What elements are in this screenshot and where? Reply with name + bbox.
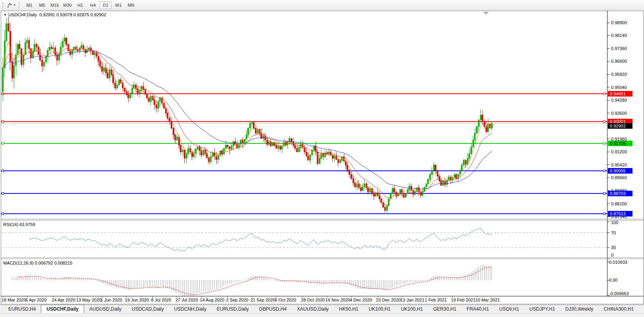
date-axis-label: 27 Jul 2020: [175, 298, 198, 302]
price-axis-label: 0.98140: [611, 33, 627, 38]
chart-tab-dj30-weekly[interactable]: DJ30,Weekly: [560, 305, 598, 313]
chart-tab-hk50-h1[interactable]: HK50,H1: [334, 305, 364, 313]
date-axis-label: 8 Jul 2020: [151, 298, 172, 302]
chart-canvas[interactable]: 0.989000.981400.973600.966000.958200.950…: [0, 10, 644, 305]
chart-tab-xauusd-daily[interactable]: XAUUSD,Daily: [292, 305, 334, 313]
timeframe-group: M1M5M15M30H1H4D1W1MN: [23, 1, 137, 9]
line-handle[interactable]: [603, 170, 605, 172]
horizontal-level-lines: [1, 93, 607, 215]
date-axis[interactable]: 18 Mar 20206 Apr 202024 Apr 202013 May 2…: [2, 296, 500, 302]
price-open: 0.92991: [39, 12, 55, 17]
dropdown-arrow-icon[interactable]: ▾: [14, 3, 15, 7]
chart-tab-usoil[interactable]: USOil: [639, 305, 644, 313]
candlestick-series: [2, 17, 493, 215]
current-price-callout[interactable]: 0.92902: [608, 123, 632, 129]
line-handle[interactable]: [603, 121, 605, 123]
timeframe-button-h4[interactable]: H4: [87, 1, 99, 9]
price-axis-label: 0.95040: [611, 85, 627, 90]
price-axis-label: 0.95820: [611, 72, 627, 77]
date-axis-label: 13 Jan 2021: [400, 298, 424, 302]
date-axis-label: 21 Sep 2020: [251, 298, 275, 302]
price-axis-label: 0.94280: [611, 98, 627, 102]
chart-tab-usoil-h1[interactable]: USOil,H1: [494, 305, 524, 313]
line-handle[interactable]: [2, 121, 4, 123]
svg-text:0.90055: 0.90055: [610, 168, 626, 173]
price-close: 0.92902: [91, 12, 106, 17]
macd-axis-label: 0.010933: [609, 260, 627, 265]
price-high: 0.93078: [56, 12, 72, 17]
macd-indicator-label: MACD(12,26,9) 0.006792 0.008215: [3, 261, 72, 265]
line-handle[interactable]: [603, 93, 605, 95]
collapse-icon[interactable]: ▼: [4, 13, 7, 17]
price-axis-label: 0.90420: [611, 162, 627, 167]
status-strip: [0, 313, 644, 317]
line-handle[interactable]: [603, 213, 605, 215]
timeframe-button-h1[interactable]: H1: [74, 1, 86, 9]
chart-shift-marker-icon[interactable]: [484, 12, 488, 15]
svg-text:0.92902: 0.92902: [610, 124, 626, 128]
svg-text:0.94651: 0.94651: [610, 91, 626, 96]
macd-axis-label: 0.00: [609, 278, 617, 282]
price-axis-label: 0.89660: [611, 175, 627, 180]
line-handle[interactable]: [2, 213, 4, 215]
date-axis-label: 18 Mar 2020: [2, 298, 26, 302]
chart-tab-china300-h1[interactable]: CHINA300,H1: [598, 305, 639, 313]
timeframe-button-m1[interactable]: M1: [23, 1, 35, 9]
date-axis-label: 28 Oct 2020: [301, 298, 325, 302]
date-axis-label: 16 Nov 2020: [326, 298, 350, 302]
price-axis-label: 0.91200: [611, 149, 627, 154]
chart-tab-fra40-h1[interactable]: FRA40,H1: [461, 305, 494, 313]
date-axis-label: 23 Dec 2020: [376, 298, 401, 302]
line-handle[interactable]: [603, 193, 605, 195]
rsi-panel: 10070300: [1, 220, 618, 259]
timeframe-button-d1[interactable]: D1: [100, 1, 112, 9]
date-axis-label: 6 Apr 2020: [25, 298, 46, 302]
chart-tab-usdjpy-h1[interactable]: USDJPY,H1: [524, 305, 560, 313]
date-axis-label: 2 Sep 2020: [226, 298, 248, 302]
chart-tab-ger30-h1[interactable]: GER30,H1: [428, 305, 461, 313]
ma-slow-line: [3, 51, 492, 189]
crosshair-tool-icon[interactable]: [7, 2, 13, 8]
timeframe-button-m15[interactable]: M15: [49, 1, 61, 9]
timeframe-button-mn[interactable]: MN: [125, 1, 137, 9]
timeframe-button-m5[interactable]: M5: [36, 1, 48, 9]
date-axis-label: 1 Feb 2021: [425, 298, 447, 302]
chart-symbol: USDCHF,Daily: [8, 12, 37, 17]
price-low: 0.92875: [73, 12, 89, 17]
price-level-callout[interactable]: 0.91709: [608, 141, 632, 146]
chart-tab-uk100-h1[interactable]: UK100,H1: [364, 305, 396, 313]
chart-tab-uk100-h1[interactable]: UK100,H1: [396, 305, 428, 313]
toolbar-grip[interactable]: [2, 2, 4, 8]
line-handle[interactable]: [2, 170, 4, 172]
svg-text:0.88703: 0.88703: [610, 191, 626, 196]
chart-tab-usdchf-daily[interactable]: USDCHF,Daily: [41, 305, 84, 313]
chart-tab-gbpusd-h4[interactable]: GBPUSD,H4: [254, 305, 291, 313]
line-handle[interactable]: [2, 193, 4, 195]
price-level-callout[interactable]: 0.88703: [608, 191, 632, 196]
line-handle[interactable]: [603, 142, 605, 144]
chart-tab-usdcnh-daily[interactable]: USDCNH,Daily: [169, 305, 211, 313]
chart-tab-eurusd-h4[interactable]: EURUSD,H4: [3, 305, 41, 313]
chart-tab-bar: EURUSD,H4USDCHF,DailyAUDUSD,DailyUSDCAD,…: [0, 305, 644, 313]
price-level-callout[interactable]: 0.87513: [608, 211, 632, 216]
date-axis-label: 4 Dec 2020: [350, 298, 372, 302]
toolbar-grip-2[interactable]: [19, 2, 21, 8]
date-axis-label: 13 May 2020: [76, 298, 102, 302]
price-level-callout[interactable]: 0.90055: [608, 168, 632, 174]
chart-tab-usdcad-daily[interactable]: USDCAD,Daily: [127, 305, 169, 313]
chart-tab-eurusd-daily[interactable]: EURUSD,Daily: [212, 305, 254, 313]
chart-tab-audusd-daily[interactable]: AUDUSD,Daily: [84, 305, 127, 313]
rsi-indicator-label: RSI(14) 63.9759: [3, 222, 35, 227]
svg-text:0.91709: 0.91709: [610, 141, 626, 146]
timeframe-button-m30[interactable]: M30: [62, 1, 73, 9]
line-handle[interactable]: [2, 142, 4, 144]
rsi-axis-label: 0: [611, 253, 613, 257]
price-level-callout[interactable]: 0.94651: [608, 91, 632, 97]
price-axis-label: 0.97360: [611, 46, 627, 51]
rsi-axis-label: 70: [611, 230, 616, 235]
svg-text:0.87513: 0.87513: [610, 211, 626, 216]
rsi-line: [29, 228, 492, 251]
timeframe-button-w1[interactable]: W1: [112, 1, 124, 9]
macd-axis-label: -0.009653: [609, 291, 629, 296]
macd-panel: 0.0109330.00-0.009653: [12, 260, 629, 296]
